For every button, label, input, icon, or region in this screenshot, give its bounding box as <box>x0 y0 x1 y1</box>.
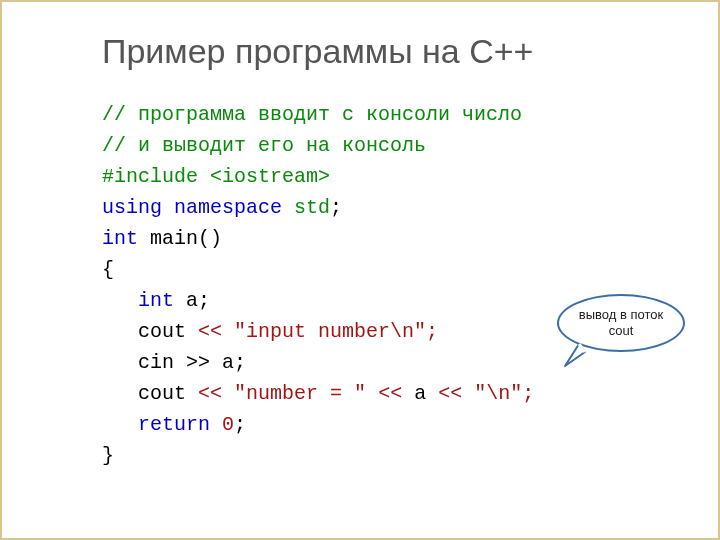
tok-semi: ; <box>426 320 438 343</box>
code-line: // и выводит его на консоль <box>102 130 668 161</box>
code-line: #include <iostream> <box>102 161 668 192</box>
tok-string: "input number\n" <box>234 320 426 343</box>
tok-keyword: int <box>138 289 174 312</box>
tok-keyword: using <box>102 196 162 219</box>
callout-bubble: вывод в поток cout <box>557 294 685 352</box>
tok-op: >> <box>186 351 210 374</box>
tok-semi: ; <box>234 413 246 436</box>
tok-funcname: main() <box>150 227 222 250</box>
tok-ident: cout <box>138 320 186 343</box>
tok-ident: a <box>222 351 234 374</box>
code-line: return 0; <box>102 409 668 440</box>
comment-text: // программа вводит с консоли число <box>102 103 522 126</box>
code-line: cout << "number = " << a << "\n"; <box>102 378 668 409</box>
code-listing: // программа вводит с консоли число // и… <box>102 99 668 471</box>
slide-title: Пример программы на С++ <box>102 32 668 71</box>
tok-semi: ; <box>330 196 342 219</box>
tok-string: "\n" <box>474 382 522 405</box>
code-line: // программа вводит с консоли число <box>102 99 668 130</box>
callout-tail-icon <box>563 342 589 368</box>
tok-op: << <box>438 382 462 405</box>
tok-brace: { <box>102 258 114 281</box>
tok-op: << <box>378 382 402 405</box>
code-line: using namespace std; <box>102 192 668 223</box>
code-line: int main() <box>102 223 668 254</box>
tok-ident: std <box>294 196 330 219</box>
callout-text-line1: вывод в поток <box>579 307 663 323</box>
tok-semi: ; <box>198 289 210 312</box>
tok-brace: } <box>102 444 114 467</box>
tok-ident: cin <box>138 351 174 374</box>
tok-keyword: return <box>138 413 210 436</box>
tok-ident: a <box>186 289 198 312</box>
callout-text-line2: cout <box>609 323 634 339</box>
tok-op: << <box>198 320 222 343</box>
tok-preproc: #include <box>102 165 198 188</box>
tok-ident: cout <box>138 382 186 405</box>
code-line: { <box>102 254 668 285</box>
tok-number: 0 <box>222 413 234 436</box>
tok-string: "number = " <box>234 382 366 405</box>
tok-semi: ; <box>522 382 534 405</box>
code-line: } <box>102 440 668 471</box>
tok-op: << <box>198 382 222 405</box>
tok-keyword: int <box>102 227 138 250</box>
tok-keyword: namespace <box>174 196 282 219</box>
comment-text: // и выводит его на консоль <box>102 134 426 157</box>
tok-semi: ; <box>234 351 246 374</box>
tok-header: <iostream> <box>210 165 330 188</box>
tok-ident: a <box>414 382 426 405</box>
